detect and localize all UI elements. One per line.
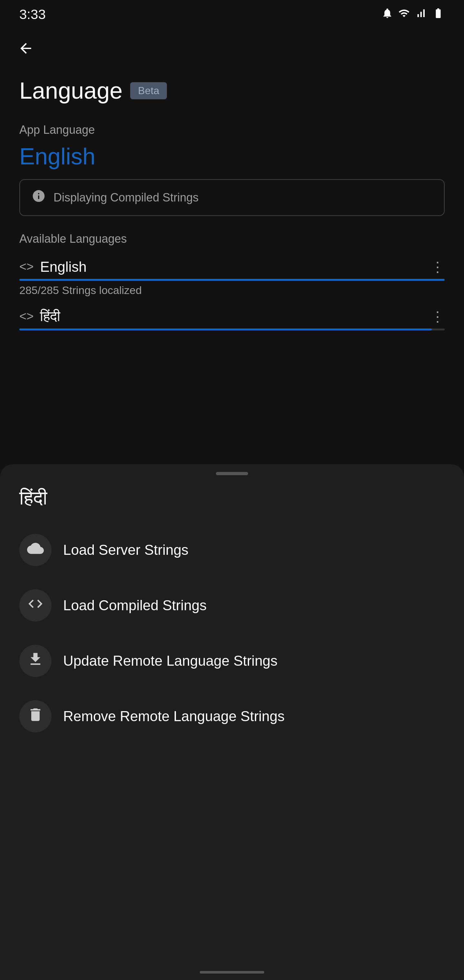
menu-item-load-server[interactable]: Load Server Strings [0, 522, 464, 578]
bottom-sheet: हिंदी Load Server Strings Load Compiled … [0, 464, 464, 980]
cloud-icon [27, 540, 44, 560]
page-title-row: Language Beta [19, 77, 445, 104]
more-options-hindi[interactable]: ⋮ [431, 308, 445, 325]
status-icons [381, 7, 445, 22]
load-compiled-icon-wrapper [19, 589, 52, 622]
code-icon-english: <> [19, 260, 33, 274]
progress-fill-english [19, 279, 445, 281]
bottom-sheet-title: हिंदी [0, 480, 464, 522]
menu-item-update-remote[interactable]: Update Remote Language Strings [0, 633, 464, 689]
page-title: Language [19, 77, 122, 104]
info-text: Displaying Compiled Strings [54, 191, 199, 204]
progress-fill-hindi [19, 328, 432, 331]
language-name-hindi: हिंदी [40, 308, 60, 325]
remove-remote-label: Remove Remote Language Strings [63, 708, 284, 724]
delete-icon [27, 706, 44, 727]
status-bar: 3:33 [0, 0, 464, 26]
wifi-icon [398, 7, 410, 22]
update-remote-label: Update Remote Language Strings [63, 653, 277, 669]
bottom-sheet-handle-area [0, 464, 464, 480]
menu-item-load-compiled[interactable]: Load Compiled Strings [0, 578, 464, 633]
notification-icon [381, 7, 393, 22]
progress-bar-hindi [19, 328, 445, 331]
status-time: 3:33 [19, 7, 46, 22]
beta-badge: Beta [130, 82, 167, 99]
code-brackets-icon [27, 595, 44, 616]
language-name-english: English [40, 259, 86, 275]
strings-count-english: 285/285 Strings localized [19, 284, 445, 297]
language-item-english[interactable]: <> English ⋮ 285/285 Strings localized [0, 252, 464, 302]
code-icon-hindi: <> [19, 309, 33, 323]
back-button[interactable] [13, 35, 39, 61]
signal-icon [415, 7, 427, 22]
bottom-nav-indicator [200, 971, 264, 974]
battery-icon [432, 7, 445, 22]
info-box: Displaying Compiled Strings [19, 179, 445, 216]
progress-bar-english [19, 279, 445, 281]
page-title-area: Language Beta [0, 64, 464, 113]
update-remote-icon-wrapper [19, 645, 52, 677]
menu-item-remove-remote[interactable]: Remove Remote Language Strings [0, 689, 464, 744]
back-button-area [0, 26, 464, 64]
load-server-icon-wrapper [19, 534, 52, 566]
app-language-label: App Language [0, 113, 464, 140]
available-languages-label: Available Languages [0, 226, 464, 252]
current-language: English [0, 140, 464, 176]
load-compiled-label: Load Compiled Strings [63, 597, 207, 614]
download-icon [27, 651, 44, 671]
language-item-hindi-partial[interactable]: <> हिंदी ⋮ [0, 302, 464, 331]
load-server-label: Load Server Strings [63, 542, 189, 558]
more-options-english[interactable]: ⋮ [431, 259, 445, 275]
info-icon [32, 189, 46, 206]
remove-remote-icon-wrapper [19, 700, 52, 732]
bottom-sheet-handle [216, 472, 248, 475]
